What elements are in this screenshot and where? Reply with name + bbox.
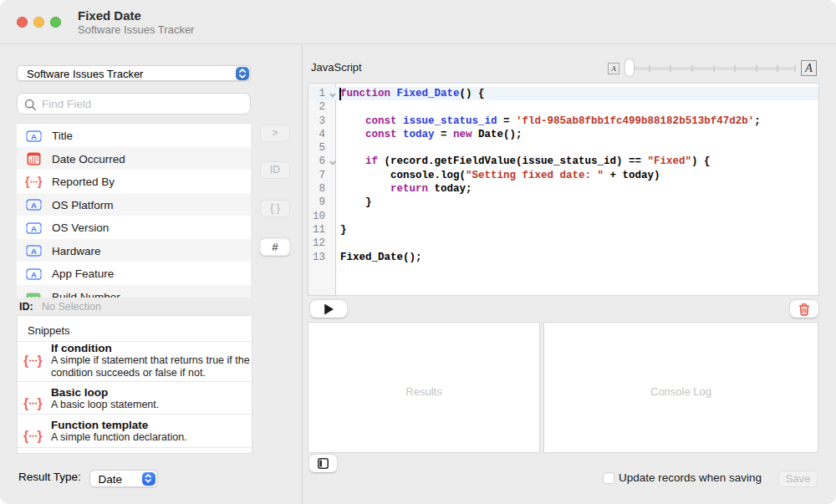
svg-text:}: }	[38, 429, 43, 443]
svg-text:A: A	[31, 223, 37, 232]
svg-text:}: }	[38, 396, 43, 410]
svg-text:{: {	[23, 429, 28, 443]
svg-text:{: {	[23, 396, 28, 410]
svg-text:123: 123	[28, 294, 39, 298]
svg-text:A: A	[31, 201, 37, 210]
svg-text:}: }	[38, 175, 43, 188]
svg-text:}: }	[38, 354, 43, 368]
svg-text:A: A	[31, 269, 37, 278]
svg-text:A: A	[31, 131, 37, 140]
svg-text:{: {	[25, 175, 30, 188]
svg-text:A: A	[31, 247, 37, 256]
svg-text:{: {	[23, 354, 28, 368]
